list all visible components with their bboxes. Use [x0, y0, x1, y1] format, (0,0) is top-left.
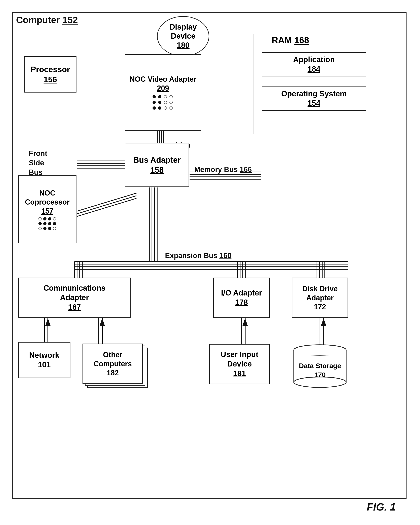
svg-text:Data Storage: Data Storage	[299, 362, 341, 369]
ram-label: RAM 168	[272, 35, 309, 45]
memory-bus-166-label: Memory Bus 166	[194, 165, 252, 174]
display-device-label: DisplayDevice180	[170, 23, 197, 50]
ram-outer-box	[254, 34, 382, 134]
expansion-bus-160-label: Expansion Bus 160	[165, 251, 231, 261]
comm-adapter-box: CommunicationsAdapter 167	[18, 278, 131, 318]
os-box: Operating System 154	[262, 86, 366, 111]
computer-label: Computer 152	[16, 14, 78, 25]
page: Computer 152	[0, 0, 420, 525]
user-input-device-box: User InputDevice 181	[209, 344, 270, 384]
data-storage-container: Data Storage 170	[290, 342, 350, 390]
fig-label: FIG. 1	[367, 501, 396, 513]
application-box: Application 184	[262, 52, 366, 76]
other-computers-box: Other Computers182	[83, 344, 143, 384]
data-storage-svg: Data Storage 170	[290, 342, 350, 390]
noc-video-adapter-box: NOC Video Adapter209	[125, 54, 201, 131]
io-adapter-box: I/O Adapter178	[213, 278, 270, 318]
disk-drive-adapter-box: Disk DriveAdapter 172	[292, 278, 348, 318]
noc-video-dots	[153, 95, 173, 111]
noc-video-label: NOC Video Adapter209	[130, 75, 196, 93]
processor-box: Processor156	[24, 56, 76, 93]
bus-adapter-box: Bus Adapter158	[125, 143, 189, 187]
noc-cop-label: NOCCoprocessor157	[25, 188, 70, 216]
svg-text:170: 170	[314, 371, 326, 379]
display-device-box: DisplayDevice180	[157, 16, 209, 56]
noc-cop-dots	[38, 217, 56, 230]
network-box: Network101	[18, 342, 70, 378]
svg-rect-52	[294, 350, 346, 355]
noc-coprocessor-box: NOCCoprocessor157	[18, 175, 76, 244]
